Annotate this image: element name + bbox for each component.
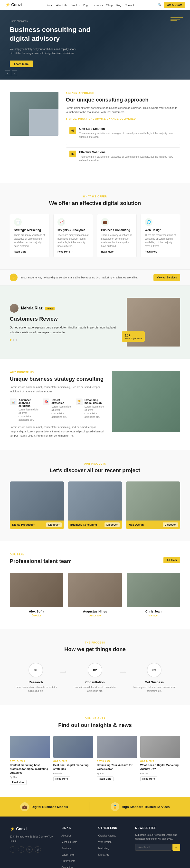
feature-desc-1: Lorem ipsum dolor sit amet consectetur a… — [18, 408, 39, 422]
social-twitter-icon[interactable]: t — [18, 846, 24, 852]
step-circle-3: 03 — [147, 663, 161, 677]
testimonial-years-badge: 16+ Years Experience — [122, 331, 145, 342]
approach-label: AGENCY APPROACH — [66, 92, 180, 94]
service-readmore-2[interactable]: Read More — [58, 250, 89, 253]
project-discover-1[interactable]: Discover — [46, 523, 62, 527]
project-card-2: Business Consulting Discover — [68, 482, 122, 529]
nav-link-services[interactable]: Services — [92, 4, 103, 7]
social-instagram-icon[interactable]: in — [26, 846, 33, 852]
footer-link-1[interactable]: About Us — [62, 834, 71, 837]
banner-cta-button[interactable]: View All Services — [153, 274, 180, 281]
search-icon[interactable]: 🔍 — [158, 3, 161, 7]
cta-icon-2: 🏅 — [111, 802, 119, 811]
footer-link-4[interactable]: Latest news — [62, 854, 74, 856]
solution-info-2: Effective Solutions There are many varia… — [79, 151, 177, 165]
team-title: Professional talent team — [10, 558, 72, 565]
nav-link-about[interactable]: About Us — [56, 4, 67, 7]
process-steps: 01 Research Lorem ipsum dolor sit amet c… — [10, 663, 180, 693]
footer-newsletter-title: Newsletter — [135, 826, 180, 830]
hero-decoration — [170, 17, 183, 21]
hero-prev-button[interactable]: ‹ — [5, 70, 10, 76]
team-section: OUR TEAM Professional talent team All Te… — [0, 541, 190, 629]
banner-content: ⚡ In our experience, no two digital solu… — [10, 274, 138, 281]
step-desc-2: Lorem ipsum dolor sit amet consectetur a… — [69, 685, 121, 693]
news-read-3[interactable]: Read More — [97, 776, 114, 781]
dot-3[interactable] — [15, 339, 17, 341]
service-readmore-3[interactable]: Read More — [101, 250, 132, 253]
social-youtube-icon[interactable]: yt — [35, 846, 41, 852]
nav-link-home[interactable]: Home — [45, 4, 52, 7]
service-readmore-1[interactable]: Read More — [14, 250, 45, 253]
reviewer-name: Mehria Riaz Active — [21, 306, 54, 310]
news-title-2: Best SaaS digital marketing strategies — [53, 763, 93, 771]
newsletter-submit-button[interactable]: → — [173, 844, 180, 851]
hero-section: Home / Services Business consulting and … — [0, 10, 190, 80]
projects-grid: Digital Production Discover Business Con… — [10, 482, 180, 529]
dot-1[interactable] — [10, 339, 11, 341]
news-read-4[interactable]: Read More — [140, 776, 157, 781]
nav-link-contact[interactable]: Contact — [125, 4, 134, 7]
footer-newsletter-text: Subscribe to our Newsletter Offers and U… — [135, 833, 180, 841]
projects-section: OUR PROJECTS Let's discover all our rece… — [0, 450, 190, 541]
project-title-1: Digital Production — [12, 523, 35, 526]
dot-2[interactable] — [13, 339, 14, 341]
hero-cta-button[interactable]: Learn More — [10, 61, 33, 67]
hero-next-button[interactable]: › — [12, 70, 17, 76]
footer-other-link-3[interactable]: Marketing — [99, 847, 109, 850]
footer-link-6[interactable]: Contact us — [62, 866, 73, 868]
process-step-1: 01 Research Lorem ipsum dolor sit amet c… — [10, 663, 62, 693]
team-role-1: Director — [10, 614, 63, 617]
news-read-1[interactable]: Read More — [10, 780, 27, 785]
newsletter-input[interactable] — [135, 844, 172, 851]
news-author-1: By Alex — [10, 776, 50, 778]
project-image-2 — [68, 482, 122, 521]
social-facebook-icon[interactable]: f — [10, 846, 16, 852]
solution-desc-1: There are many variations of passages of… — [79, 131, 177, 139]
cta-title-2: High Standard Trusted Services — [122, 805, 170, 809]
team-role-3: Manager — [127, 614, 180, 617]
footer-grid: ⚡ Conzi 1234 Somewhere St,Suite City,New… — [10, 826, 180, 868]
project-discover-3[interactable]: Discover — [163, 523, 178, 527]
all-team-button[interactable]: All Team — [163, 557, 180, 563]
nav-link-page[interactable]: Page — [83, 4, 89, 7]
feature-title-1: Advanced analytics solutions — [18, 399, 39, 407]
hero-description: We help you boldly set your ambitions an… — [10, 47, 83, 56]
service-title-1: Strategic Marketing — [14, 228, 45, 232]
service-card-1: 📊 Strategic Marketing There are many var… — [10, 214, 49, 257]
news-title-3: Optimizing Your Website for Voice Search — [97, 763, 137, 771]
nav-link-blog[interactable]: Blog — [116, 4, 121, 7]
service-card-3: 💼 Business Consulting There are many var… — [97, 214, 137, 257]
news-title-1: Content marketing best practices for dig… — [10, 763, 50, 775]
feature-2: 🎯 Expert strategies Lorem ipsum dolor si… — [43, 399, 72, 422]
team-name-1: Alex Sofia — [10, 610, 63, 613]
step-circle-1: 01 — [29, 663, 43, 677]
nav-link-profiles[interactable]: Profiles — [71, 4, 80, 7]
nav-links: Home About Us Profiles Page Services Sho… — [45, 3, 134, 7]
step-circle-2: 02 — [88, 663, 102, 677]
banner-icon: ⚡ — [10, 274, 17, 281]
service-readmore-4[interactable]: Read More — [145, 250, 176, 253]
nav-link-shop[interactable]: Shop — [106, 4, 113, 7]
cta-strip: 💼 Digital Business Models 🏅 High Standar… — [0, 797, 190, 816]
newsletter-form: → — [135, 844, 180, 851]
feature-icon-3: 🏆 — [76, 399, 83, 405]
footer-other-link-2[interactable]: Web Design — [99, 841, 112, 843]
footer-link-5[interactable]: Our Projects — [62, 860, 75, 862]
footer-other-link-1[interactable]: Creative Agency — [99, 834, 116, 837]
footer-other-title: Other Link — [99, 826, 128, 830]
news-author-2: By Maria — [53, 772, 93, 775]
solution-num-1: 01 — [69, 127, 76, 134]
feature-desc-2: Lorem ipsum dolor sit amet consectetur a… — [51, 405, 72, 419]
project-discover-2[interactable]: Discover — [105, 523, 120, 527]
get-quote-button[interactable]: Get A Quote — [164, 2, 185, 8]
footer-link-3[interactable]: Services — [62, 847, 71, 850]
team-grid: Alex Sofia Director Augustus Hines Assoc… — [10, 573, 180, 617]
cta-item-1: 💼 Digital Business Models — [20, 802, 68, 811]
cta-text-1: Digital Business Models — [31, 805, 68, 809]
news-title: Find out our insights & news — [10, 722, 180, 729]
approach-description: Lorem dolor sit amet consectetur adipisc… — [66, 106, 180, 115]
footer-link-2[interactable]: Meet our team — [62, 841, 77, 843]
news-read-2[interactable]: Read More — [53, 776, 70, 781]
nav-right: 🔍 Get A Quote — [158, 2, 185, 8]
footer-other-link-4[interactable]: Digital Art — [99, 854, 109, 856]
